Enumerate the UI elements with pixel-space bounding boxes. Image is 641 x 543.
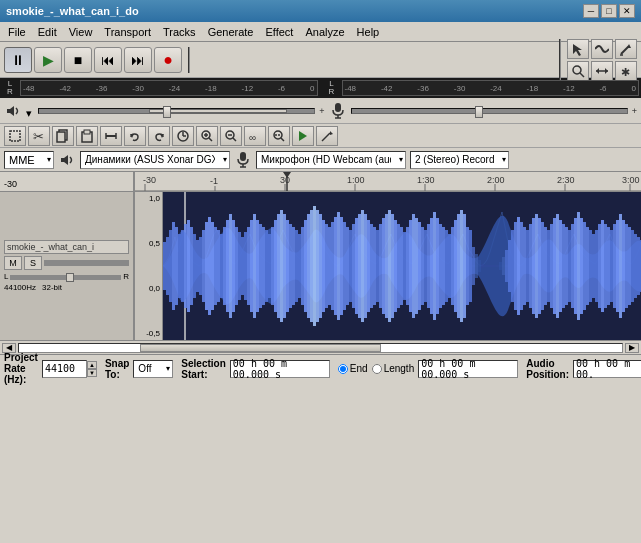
- svg-rect-219: [616, 220, 619, 312]
- play-button[interactable]: ▶: [34, 47, 62, 73]
- svg-line-33: [233, 138, 236, 141]
- menu-transport[interactable]: Transport: [98, 24, 157, 40]
- end-value[interactable]: 00 h 00 m 00.000 s: [418, 360, 518, 378]
- svg-rect-97: [250, 220, 253, 312]
- menu-effect[interactable]: Effect: [260, 24, 300, 40]
- maximize-button[interactable]: □: [601, 4, 617, 18]
- track-gain-slider[interactable]: [44, 260, 129, 266]
- length-radio[interactable]: [372, 364, 382, 374]
- mute-button[interactable]: M: [4, 256, 22, 270]
- svg-line-37: [281, 138, 284, 141]
- rate-up-btn[interactable]: ▲: [87, 361, 97, 369]
- svg-rect-185: [514, 222, 517, 310]
- pan-thumb[interactable]: [66, 273, 74, 282]
- zoom-out-btn[interactable]: [220, 126, 242, 146]
- solo-button[interactable]: S: [24, 256, 42, 270]
- volume-arrow[interactable]: ▾: [26, 107, 34, 115]
- menu-help[interactable]: Help: [351, 24, 386, 40]
- scrollbar-track[interactable]: [18, 343, 623, 353]
- snap-to-selector[interactable]: Off ▾: [133, 360, 173, 378]
- svg-rect-170: [469, 230, 472, 302]
- end-radio-label[interactable]: End: [338, 363, 368, 374]
- svg-rect-108: [283, 214, 286, 318]
- zoom-sel-btn[interactable]: [268, 126, 290, 146]
- draw-tool[interactable]: [615, 39, 637, 59]
- svg-rect-42: [240, 152, 246, 161]
- svg-rect-125: [334, 217, 337, 315]
- next-icon: ⏭: [131, 52, 145, 68]
- select-tool[interactable]: [567, 39, 589, 59]
- waveform-area[interactable]: 1,0 0,5 0,0 -0,5 // Will be gener: [135, 192, 641, 340]
- redo-btn[interactable]: [148, 126, 170, 146]
- menu-view[interactable]: View: [63, 24, 99, 40]
- svg-rect-133: [358, 214, 361, 318]
- undo-btn[interactable]: [124, 126, 146, 146]
- svg-rect-71: [172, 222, 175, 310]
- close-button[interactable]: ✕: [619, 4, 635, 18]
- stop-button[interactable]: ■: [64, 47, 92, 73]
- svg-rect-175: [484, 265, 487, 267]
- output-device-selector[interactable]: Динамики (ASUS Xonar DGX A ▾: [80, 151, 230, 169]
- volume-slider[interactable]: [38, 108, 315, 114]
- prev-button[interactable]: ⏮: [94, 47, 122, 73]
- draw-btn[interactable]: [316, 126, 338, 146]
- svg-rect-88: [223, 227, 226, 305]
- svg-rect-186: [517, 217, 520, 315]
- copy-btn[interactable]: [52, 126, 74, 146]
- multi-tool[interactable]: ✱: [615, 61, 637, 81]
- output-arrow: ▾: [223, 155, 227, 164]
- selection-start-value[interactable]: 00 h 00 m 00.000 s: [230, 360, 330, 378]
- next-button[interactable]: ⏭: [124, 47, 152, 73]
- sync-btn[interactable]: [172, 126, 194, 146]
- silence-btn[interactable]: [100, 126, 122, 146]
- svg-rect-202: [565, 227, 568, 305]
- record-button[interactable]: ●: [154, 47, 182, 73]
- zoom-in-btn[interactable]: [196, 126, 218, 146]
- svg-rect-121: [322, 220, 325, 312]
- svg-rect-179: [496, 265, 499, 267]
- channel-selector[interactable]: 2 (Stereo) Record ▾: [410, 151, 509, 169]
- select-all-btn[interactable]: [4, 126, 26, 146]
- svg-rect-160: [439, 224, 442, 308]
- envelope-tool[interactable]: [591, 39, 613, 59]
- zoom-tool[interactable]: [567, 61, 589, 81]
- menu-file[interactable]: File: [2, 24, 32, 40]
- window-controls: ─ □ ✕: [583, 4, 635, 18]
- input-icon: [234, 152, 252, 168]
- transport-controls: ⏸ ▶ ■ ⏮ ⏭ ●: [4, 47, 190, 73]
- svg-rect-115: [304, 220, 307, 312]
- svg-rect-176: [487, 265, 490, 267]
- menu-tracks[interactable]: Tracks: [157, 24, 202, 40]
- length-radio-label[interactable]: Length: [372, 363, 415, 374]
- menu-edit[interactable]: Edit: [32, 24, 63, 40]
- trim-btn[interactable]: ✂: [28, 126, 50, 146]
- input-device-selector[interactable]: Микрофон (HD Webcam (audi ▾: [256, 151, 406, 169]
- menu-analyze[interactable]: Analyze: [299, 24, 350, 40]
- project-rate-control: 44100 ▲ ▼: [42, 360, 97, 378]
- volume-thumb[interactable]: [163, 106, 171, 118]
- play-sel-btn[interactable]: [292, 126, 314, 146]
- zoom-fit-btn[interactable]: ∞: [244, 126, 266, 146]
- end-radio[interactable]: [338, 364, 348, 374]
- out-tick: -12: [563, 84, 575, 93]
- pitch-slider[interactable]: [351, 108, 628, 114]
- pitch-thumb[interactable]: [475, 106, 483, 118]
- waveform-scale: 1,0 0,5 0,0 -0,5: [135, 192, 163, 340]
- scroll-right-button[interactable]: ▶: [625, 343, 639, 353]
- pan-slider[interactable]: [10, 275, 121, 280]
- pause-button[interactable]: ⏸: [4, 47, 32, 73]
- minimize-button[interactable]: ─: [583, 4, 599, 18]
- svg-rect-123: [328, 227, 331, 305]
- timeshift-tool[interactable]: [591, 61, 613, 81]
- menu-generate[interactable]: Generate: [202, 24, 260, 40]
- api-selector[interactable]: MME ▾: [4, 151, 54, 169]
- paste-btn[interactable]: [76, 126, 98, 146]
- track-label[interactable]: smokie_-_what_can_i: [4, 240, 129, 254]
- volume-icon[interactable]: [4, 102, 22, 120]
- scroll-left-button[interactable]: ◀: [2, 343, 16, 353]
- audio-position-value[interactable]: 00 h 00 m 00.: [573, 360, 641, 378]
- svg-text:-30: -30: [143, 175, 156, 185]
- rate-down-btn[interactable]: ▼: [87, 369, 97, 377]
- meter-tick: -48: [23, 84, 35, 93]
- scrollbar-thumb[interactable]: [140, 344, 381, 352]
